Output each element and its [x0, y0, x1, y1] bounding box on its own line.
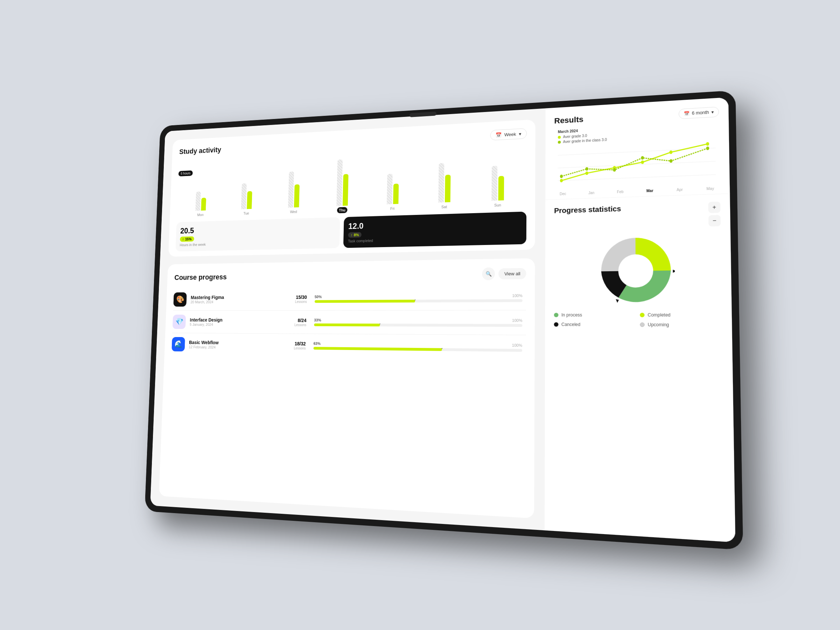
hours-stat-number: 20.5 — [180, 222, 336, 235]
hours-stat-label: Hours in the week — [180, 239, 335, 247]
hours-stat-card: 20.5 ↑ 15% Hours in the week — [175, 217, 340, 252]
figma-name: Mastering Figma — [191, 294, 284, 300]
day-label-wed: Wed — [288, 208, 299, 215]
tasks-stat-card: 12.0 ↑ 8% Task completed — [343, 212, 526, 248]
design-lessons-label: Lessons — [287, 323, 306, 327]
line-chart — [558, 139, 716, 189]
progress-stats-title: Progress statistics — [554, 205, 621, 215]
week-selector[interactable]: 📅 Week ▾ — [490, 128, 527, 141]
svg-point-3 — [560, 179, 563, 182]
chevron-down-icon: ▾ — [519, 131, 521, 136]
day-label-sat: Sat — [439, 204, 449, 210]
month-label: 6 month — [692, 110, 709, 116]
view-all-button[interactable]: View all — [498, 268, 526, 279]
tablet-screen: Study activity 📅 Week ▾ 6 hours — [150, 97, 735, 543]
legend-in-process-label: In process — [561, 313, 582, 318]
svg-point-7 — [669, 150, 673, 154]
webflow-lessons-count: 18/32 — [287, 341, 306, 346]
bar-group-wed: Wed — [271, 157, 318, 215]
svg-point-4 — [585, 172, 588, 175]
bar-group-sat: Sat — [419, 150, 470, 211]
tablet-wrapper: Study activity 📅 Week ▾ 6 hours — [123, 105, 717, 525]
bar-group-tue: Tue — [224, 159, 270, 217]
tasks-stat-badge: ↑ 8% — [348, 232, 362, 238]
webflow-icon: 🌊 — [172, 337, 185, 351]
donut-chart — [597, 233, 676, 308]
svg-point-12 — [641, 156, 644, 159]
x-label-jan: Jan — [588, 191, 594, 195]
zoom-in-button[interactable]: + — [708, 202, 721, 213]
day-label-tue: Tue — [242, 210, 251, 217]
course-item-design: 💎 Interface Design 5 January, 2024 8/24 … — [172, 311, 526, 335]
search-button[interactable]: 🔍 — [482, 267, 495, 280]
design-icon: 💎 — [172, 315, 186, 329]
svg-point-14 — [706, 147, 709, 150]
tasks-stat-label: Task completed — [348, 235, 521, 243]
design-percent: 33% — [314, 318, 321, 322]
chevron-down-icon-results: ▾ — [711, 109, 714, 115]
legend-completed: Completed — [640, 312, 722, 317]
figma-date: 20 March, 2024 — [190, 300, 284, 304]
x-label-dec: Dec — [560, 192, 566, 196]
figma-percent: 50% — [315, 295, 322, 299]
calendar-icon-results: 📅 — [684, 111, 690, 116]
design-date: 5 January, 2024 — [190, 322, 283, 327]
results-title: Results — [554, 115, 583, 126]
day-label-fri: Fri — [388, 205, 396, 212]
figma-icon: 🎨 — [173, 292, 186, 306]
x-label-may: May — [706, 186, 714, 191]
design-lessons-count: 8/24 — [287, 317, 306, 323]
webflow-lessons-label: Lessons — [287, 346, 306, 350]
x-label-mar: Mar — [646, 189, 654, 193]
webflow-max: 100% — [512, 343, 522, 347]
x-label-feb: Feb — [617, 190, 624, 194]
month-selector[interactable]: 📅 6 month ▾ — [678, 107, 719, 119]
svg-line-1 — [558, 161, 716, 168]
figma-max: 100% — [512, 293, 523, 297]
svg-point-9 — [560, 175, 563, 178]
x-label-apr: Apr — [677, 188, 683, 192]
webflow-date: 12 February, 2024 — [189, 345, 283, 350]
right-panel: Results 📅 6 month ▾ March 2024 Aver — [545, 97, 735, 543]
legend-canceled-label: Upcoming — [648, 322, 669, 327]
figma-lessons-label: Lessons — [288, 300, 307, 303]
course-progress-card: Course progress 🔍 View all 🎨 Mastering F… — [159, 258, 535, 518]
svg-marker-17 — [616, 299, 619, 303]
hours-label: 6 hours — [178, 171, 193, 177]
svg-point-10 — [585, 167, 588, 171]
study-activity-card: Study activity 📅 Week ▾ 6 hours — [168, 119, 535, 257]
design-max: 100% — [512, 318, 522, 322]
study-activity-title: Study activity — [179, 145, 221, 156]
day-label-thu[interactable]: Thu — [337, 207, 347, 213]
course-item-figma: 🎨 Mastering Figma 20 March, 2024 15/30 L… — [173, 286, 526, 311]
legend-label-2: Aver grade in the class 3.0 — [563, 137, 607, 144]
legend-canceled: Upcoming — [640, 322, 722, 328]
course-item-webflow: 🌊 Basic Webflow 12 February, 2024 18/32 … — [172, 333, 526, 360]
figma-lessons-count: 15/30 — [288, 294, 307, 300]
svg-point-8 — [706, 142, 709, 146]
svg-point-6 — [641, 160, 644, 164]
bar-group-thu: Thu — [319, 155, 367, 214]
bar-group-sun: Sun — [472, 147, 524, 209]
webflow-percent: 63% — [314, 342, 321, 346]
legend-upcoming: Canceled — [554, 322, 632, 327]
calendar-icon: 📅 — [496, 132, 502, 138]
zoom-out-button[interactable]: − — [708, 215, 721, 226]
week-label: Week — [504, 131, 516, 137]
legend-label-1: Aver grade 3.0 — [563, 134, 587, 139]
course-progress-title: Course progress — [174, 273, 227, 282]
svg-point-13 — [669, 159, 673, 163]
design-name: Interface Design — [190, 317, 283, 323]
svg-marker-16 — [673, 270, 675, 273]
tasks-stat-number: 12.0 — [348, 217, 521, 231]
tablet-frame: Study activity 📅 Week ▾ 6 hours — [145, 90, 743, 550]
svg-line-2 — [558, 175, 716, 181]
results-card: Results 📅 6 month ▾ March 2024 Aver — [545, 97, 730, 199]
bar-group-fri: Fri — [368, 152, 418, 212]
legend-in-process: In process — [554, 313, 632, 318]
legend-upcoming-label: Canceled — [561, 322, 580, 327]
left-panel: Study activity 📅 Week ▾ 6 hours — [150, 109, 546, 531]
day-label-sun: Sun — [492, 202, 503, 208]
hours-stat-badge: ↑ 15% — [180, 236, 194, 242]
legend-completed-label: Completed — [647, 312, 670, 317]
